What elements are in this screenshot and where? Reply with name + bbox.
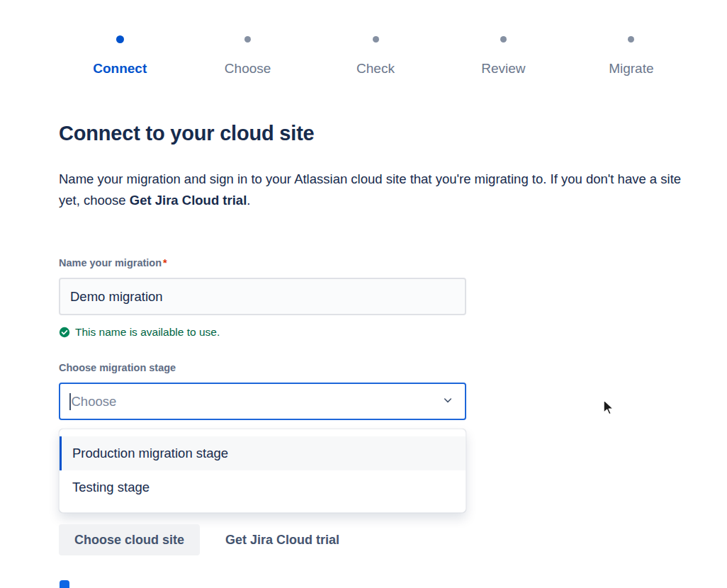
description-period: . (247, 193, 250, 208)
stepper-step-migrate: Migrate (568, 35, 695, 77)
mouse-cursor-icon (599, 398, 616, 420)
step-dot-connect (116, 35, 124, 43)
step-label-connect: Connect (93, 61, 147, 77)
page-description: Name your migration and sign in to your … (59, 169, 686, 211)
step-label-migrate: Migrate (609, 61, 653, 77)
menu-option-testing[interactable]: Testing stage (60, 470, 466, 504)
next-button-partial[interactable] (60, 580, 69, 588)
description-bold-text: Get Jira Cloud trial (130, 193, 247, 208)
migration-wizard-screen: Connect Choose Check Review Migrate Conn… (0, 0, 727, 588)
stepper-step-choose: Choose (184, 35, 311, 77)
step-dot-check (373, 36, 379, 43)
migration-name-label: Name your migration* (59, 257, 167, 268)
choose-cloud-site-button[interactable]: Choose cloud site (59, 524, 200, 555)
check-circle-icon (59, 327, 70, 338)
page-title: Connect to your cloud site (59, 122, 315, 145)
step-label-choose: Choose (225, 61, 271, 77)
required-asterisk: * (163, 257, 167, 268)
step-dot-choose (244, 36, 251, 43)
step-dot-review (500, 36, 507, 43)
name-availability-text: This name is available to use. (75, 326, 220, 339)
select-placeholder: Choose (72, 394, 443, 409)
migration-stage-label: Choose migration stage (59, 362, 176, 373)
stepper-step-check: Check (312, 35, 439, 77)
step-dot-migrate (628, 36, 634, 43)
name-availability-message: This name is available to use. (59, 325, 220, 339)
stepper-step-review: Review (439, 35, 567, 77)
stepper-step-connect: Connect (56, 35, 184, 77)
get-jira-cloud-trial-button[interactable]: Get Jira Cloud trial (225, 524, 339, 555)
migration-stage-select[interactable]: Choose (59, 383, 466, 420)
chevron-down-icon (442, 395, 453, 409)
text-caret (69, 393, 71, 410)
step-label-review: Review (481, 61, 525, 77)
migration-stage-menu: Production migration stage Testing stage (59, 429, 466, 513)
menu-option-production[interactable]: Production migration stage (60, 436, 466, 470)
step-label-check: Check (356, 61, 395, 77)
stepper: Connect Choose Check Review Migrate (56, 35, 695, 77)
migration-name-input[interactable] (59, 278, 466, 315)
